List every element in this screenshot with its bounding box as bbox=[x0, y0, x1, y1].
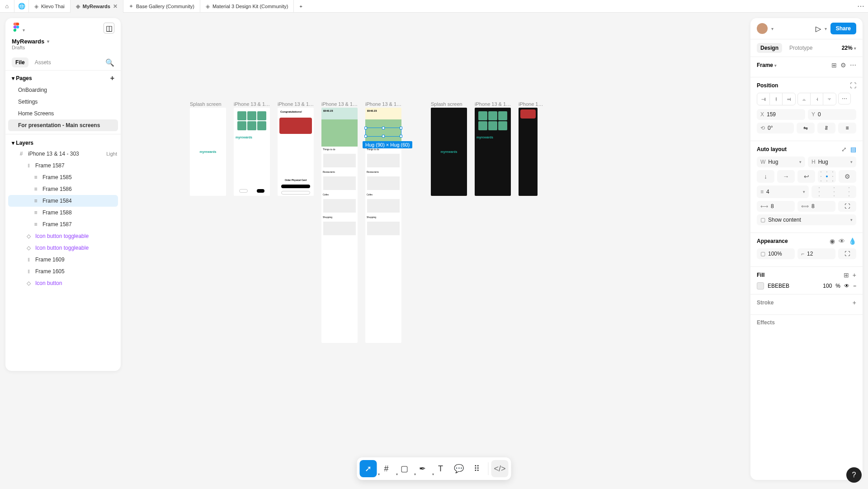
direction-down[interactable]: ↓ bbox=[757, 170, 774, 183]
file-title[interactable]: MyRewards▾ bbox=[5, 36, 121, 45]
eye-icon[interactable]: 👁 bbox=[839, 237, 845, 245]
tool-shape[interactable]: ▢▾ bbox=[396, 460, 413, 477]
artboard-congrats[interactable]: Congratulations! Order Physical Card bbox=[278, 108, 314, 196]
remove-fill[interactable]: − bbox=[853, 283, 856, 289]
tool-actions[interactable]: ⠿ bbox=[468, 460, 486, 477]
layer-frame-root[interactable]: #iPhone 13 & 14 - 303Light bbox=[5, 148, 121, 160]
layer-frame-1587[interactable]: ⫴Frame 1587 bbox=[5, 160, 121, 171]
tool-text[interactable]: T bbox=[432, 460, 449, 477]
page-home-screens[interactable]: Home Screens bbox=[5, 108, 121, 119]
tool-move[interactable]: ➚▾ bbox=[360, 460, 377, 477]
direction-wrap[interactable]: ↩ bbox=[797, 170, 815, 183]
autolayout-off-icon[interactable]: ⤢ bbox=[841, 146, 847, 153]
direction-right[interactable]: → bbox=[777, 170, 795, 183]
layer-icon-button-toggle-2[interactable]: ◇Icon button toggleable bbox=[5, 242, 121, 254]
constraints-button[interactable]: ≡ bbox=[838, 123, 856, 133]
home-button[interactable]: ⌂ bbox=[0, 0, 14, 13]
layer-frame-1585[interactable]: ≡Frame 1585 bbox=[5, 171, 121, 183]
pages-header[interactable]: ▾ Pages + bbox=[5, 71, 121, 84]
field-width[interactable]: WHug▾ bbox=[757, 157, 805, 167]
align-top[interactable]: ⫠ bbox=[798, 93, 811, 105]
tool-pen[interactable]: ✒▾ bbox=[414, 460, 431, 477]
zoom-level[interactable]: 22% ▾ bbox=[842, 45, 856, 51]
avatar[interactable] bbox=[757, 23, 768, 34]
align-right[interactable]: ⫤ bbox=[783, 93, 795, 105]
target-icon[interactable]: ⛶ bbox=[850, 82, 856, 89]
field-gap[interactable]: ≡4▾ bbox=[757, 185, 809, 198]
add-stroke[interactable]: + bbox=[853, 299, 856, 306]
play-icon[interactable]: ▷ bbox=[816, 24, 821, 33]
frame-type-dropdown[interactable]: Frame ▾ bbox=[757, 62, 777, 68]
close-icon[interactable]: ✕ bbox=[113, 3, 118, 9]
clip-content-dropdown[interactable]: ▢Show content▾ bbox=[757, 214, 856, 225]
tab-design[interactable]: Design bbox=[757, 43, 782, 53]
align-left[interactable]: ⫣ bbox=[757, 93, 770, 105]
canvas[interactable]: Splash screen iPhone 13 & 1… iPhone 13 &… bbox=[127, 18, 750, 489]
field-pad-h[interactable]: ⟷8 bbox=[757, 201, 795, 212]
frame-label[interactable]: iPhone 13 & 1… bbox=[321, 101, 358, 107]
layer-icon-button[interactable]: ◇Icon button bbox=[5, 277, 121, 289]
frame-label[interactable]: iPhone 13 & 1… bbox=[365, 101, 401, 107]
tab-myrewards[interactable]: ◈MyRewards✕ bbox=[71, 0, 123, 13]
help-button[interactable]: ? bbox=[846, 467, 862, 483]
align-more[interactable]: ⋯ bbox=[838, 93, 851, 104]
field-opacity[interactable]: ▢100% bbox=[757, 248, 795, 259]
tool-frame[interactable]: #▾ bbox=[378, 460, 395, 477]
fill-opacity[interactable]: 100 bbox=[823, 283, 832, 289]
frame-label[interactable]: Splash screen bbox=[431, 101, 462, 107]
field-y[interactable]: Y0 bbox=[808, 109, 856, 120]
tab-assets[interactable]: Assets bbox=[31, 57, 55, 67]
tab-klevo[interactable]: ◈Klevo Thai bbox=[29, 0, 71, 13]
add-fill[interactable]: + bbox=[853, 271, 856, 279]
alignment-grid-2[interactable] bbox=[811, 185, 856, 198]
chevron-down-icon[interactable]: ▾ bbox=[771, 26, 774, 31]
frame-label[interactable]: Splash screen bbox=[190, 101, 222, 107]
more-menu[interactable]: ⋯ bbox=[854, 2, 868, 10]
page-presentation[interactable]: For presentation - Main screens bbox=[8, 119, 118, 131]
align-bottom[interactable]: ⫟ bbox=[823, 93, 836, 105]
autolayout-on-icon[interactable]: ▤ bbox=[850, 146, 856, 153]
artboard-home-1[interactable]: $540.23 Things to do Restaurants Cafes S… bbox=[321, 108, 358, 343]
figma-menu[interactable]: ▾ bbox=[12, 23, 25, 33]
tab-material3[interactable]: ◈Material 3 Design Kit (Community) bbox=[200, 0, 294, 13]
more-icon[interactable]: ⋯ bbox=[850, 62, 856, 69]
page-settings[interactable]: Settings bbox=[5, 96, 121, 108]
individual-padding[interactable]: ⛶ bbox=[838, 201, 856, 212]
field-radius[interactable]: ⌐12 bbox=[797, 248, 835, 259]
artboard-onboard-dark[interactable]: myrewards bbox=[475, 108, 511, 196]
field-rotation[interactable]: ⟲0° bbox=[757, 123, 794, 133]
flip-v-button[interactable]: ⥯ bbox=[817, 123, 835, 133]
droplet-icon[interactable]: 💧 bbox=[849, 237, 856, 245]
frame-label[interactable]: iPhone 13 & 1… bbox=[475, 101, 511, 107]
component-icon[interactable]: ⊞ bbox=[831, 62, 837, 69]
frame-label[interactable]: iPhone 13 & 1… bbox=[234, 101, 270, 107]
tool-devmode[interactable]: </> bbox=[491, 460, 509, 477]
field-x[interactable]: X159 bbox=[757, 109, 805, 120]
layer-frame-1605[interactable]: ⫴Frame 1605 bbox=[5, 266, 121, 277]
page-onboarding[interactable]: OnBoarding bbox=[5, 84, 121, 96]
layer-frame-1609[interactable]: ⫴Frame 1609 bbox=[5, 254, 121, 266]
layers-header[interactable]: ▾ Layers bbox=[5, 134, 121, 148]
artboard-onboard[interactable]: myrewards bbox=[234, 108, 270, 196]
fill-hex[interactable]: EBEBEB bbox=[768, 283, 789, 289]
individual-radius[interactable]: ⛶ bbox=[838, 248, 856, 259]
autolayout-settings[interactable]: ⚙ bbox=[839, 170, 856, 183]
eye-icon[interactable]: 👁 bbox=[844, 283, 849, 289]
tool-comment[interactable]: 💬 bbox=[450, 460, 467, 477]
artboard-congrats-dark[interactable] bbox=[519, 108, 538, 196]
panel-toggle[interactable]: ◫ bbox=[104, 23, 114, 33]
tab-file[interactable]: File bbox=[12, 57, 28, 67]
field-pad-v[interactable]: ⟺8 bbox=[797, 201, 835, 212]
gear-icon[interactable]: ⚙ bbox=[840, 62, 846, 69]
flip-h-button[interactable]: ⇋ bbox=[797, 123, 815, 133]
frame-label[interactable]: iPhone 1… bbox=[519, 101, 543, 107]
layer-frame-1587b[interactable]: ≡Frame 1587 bbox=[5, 218, 121, 230]
alignment-grid[interactable] bbox=[818, 170, 836, 183]
layer-frame-1588[interactable]: ≡Frame 1588 bbox=[5, 207, 121, 218]
fill-swatch[interactable] bbox=[757, 282, 764, 290]
layer-icon-button-toggle-1[interactable]: ◇Icon button toggleable bbox=[5, 230, 121, 242]
file-location[interactable]: Drafts bbox=[5, 45, 121, 55]
share-button[interactable]: Share bbox=[830, 23, 856, 34]
tab-base-gallery[interactable]: ✦Base Gallery (Community) bbox=[123, 0, 200, 13]
styles-icon[interactable]: ⊞ bbox=[844, 271, 849, 279]
